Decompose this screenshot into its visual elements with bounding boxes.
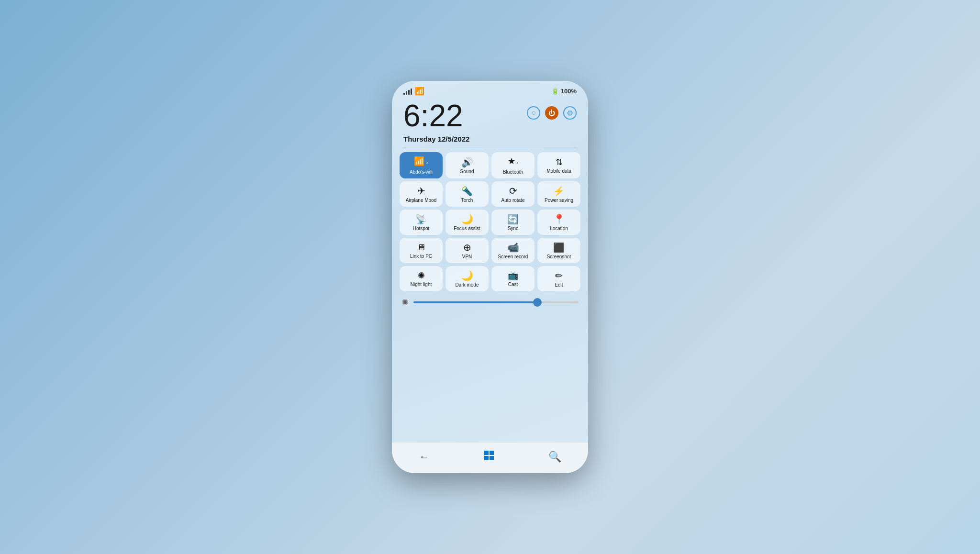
date-display: Thursday 12/5/2022: [392, 135, 588, 147]
tile-sync-label: Sync: [508, 226, 518, 231]
signal-icon: [403, 88, 412, 95]
bluetooth-icon: ★: [508, 157, 515, 166]
tile-cast[interactable]: 📺 Cast: [491, 266, 535, 291]
tile-screen-record[interactable]: 📹 Screen record: [491, 238, 535, 263]
edit-icon: ✏: [555, 271, 563, 280]
battery-icon: 🔋: [551, 88, 559, 95]
tile-edit-label: Edit: [555, 282, 563, 288]
bottom-navigation: ← 🔍: [392, 442, 588, 473]
tile-mobile-data-label: Mobile data: [546, 168, 571, 174]
quick-tiles-grid: 📶 › Abdo's-wifi 🔊 Sound ★ › Bluetooth: [392, 152, 588, 291]
tile-focus-assist[interactable]: 🌙 Focus assist: [445, 210, 489, 235]
tile-airplane-label: Airplane Mood: [406, 198, 436, 203]
svg-rect-0: [484, 451, 489, 455]
brightness-icon: ✺: [401, 297, 409, 308]
tile-sound-label: Sound: [460, 169, 474, 174]
tile-night-light-label: Night light: [411, 282, 432, 287]
settings-button[interactable]: ⚙: [563, 106, 577, 120]
status-bar: 📶 🔋 100%: [392, 81, 588, 99]
tile-bluetooth[interactable]: ★ › Bluetooth: [491, 152, 535, 178]
tile-edit[interactable]: ✏ Edit: [537, 266, 580, 291]
screenshot-icon: ⬛: [553, 243, 565, 252]
clock-area: 6:22 ○ ⏻ ⚙: [392, 99, 588, 135]
tile-sound[interactable]: 🔊 Sound: [445, 152, 489, 178]
auto-rotate-icon: ⟳: [509, 186, 517, 196]
tile-auto-rotate[interactable]: ⟳ Auto rotate: [491, 181, 535, 207]
mobile-data-icon: ⇅: [556, 158, 563, 166]
bluetooth-arrow-icon: ›: [516, 159, 518, 166]
wifi-arrow-icon: ›: [426, 159, 428, 166]
dark-mode-icon: 🌙: [461, 271, 473, 280]
tile-wifi-label: Abdo's-wifi: [410, 169, 433, 175]
brightness-thumb[interactable]: [533, 298, 542, 307]
link-pc-icon: 🖥: [417, 243, 425, 252]
phone-device: 📶 🔋 100% 6:22 ○ ⏻ ⚙ Thursday 12/5/2022: [392, 81, 588, 473]
tile-vpn[interactable]: ⊕ VPN: [445, 238, 489, 263]
brightness-control[interactable]: ✺: [392, 291, 588, 310]
airplane-icon: ✈: [417, 186, 425, 196]
brightness-fill: [413, 301, 537, 303]
clock-time: 6:22: [403, 100, 463, 131]
power-button[interactable]: ⏻: [545, 106, 558, 120]
vpn-icon: ⊕: [463, 243, 471, 252]
tile-location-label: Location: [550, 226, 568, 231]
brightness-track[interactable]: [413, 301, 579, 303]
tile-auto-rotate-label: Auto rotate: [501, 198, 525, 203]
cast-icon: 📺: [508, 271, 518, 280]
tile-torch-label: Torch: [461, 198, 473, 203]
sound-icon: 🔊: [461, 157, 473, 167]
tile-sync[interactable]: 🔄 Sync: [491, 210, 535, 235]
battery-percentage: 100%: [561, 88, 577, 95]
screen-record-icon: 📹: [507, 243, 519, 252]
tile-hotspot-label: Hotspot: [413, 226, 429, 231]
back-button[interactable]: ←: [410, 449, 439, 465]
tile-mobile-data[interactable]: ⇅ Mobile data: [537, 152, 580, 178]
hotspot-icon: 📡: [415, 215, 427, 224]
tile-link-pc-label: Link to PC: [410, 254, 432, 259]
svg-rect-3: [490, 456, 494, 460]
tile-power-saving-label: Power saving: [545, 198, 573, 203]
phone-screen: 📶 🔋 100% 6:22 ○ ⏻ ⚙ Thursday 12/5/2022: [392, 81, 588, 473]
sync-icon: 🔄: [507, 215, 519, 224]
wifi-icon: 📶: [414, 157, 424, 166]
tile-bluetooth-label: Bluetooth: [503, 169, 523, 175]
circle-button[interactable]: ○: [527, 106, 540, 120]
tile-vpn-label: VPN: [462, 254, 472, 259]
tile-screen-record-label: Screen record: [498, 254, 528, 259]
svg-rect-2: [484, 456, 489, 460]
tile-location[interactable]: 📍 Location: [537, 210, 580, 235]
wifi-status-icon: 📶: [415, 87, 424, 96]
night-light-icon: ✺: [418, 271, 425, 280]
tile-wifi[interactable]: 📶 › Abdo's-wifi: [400, 152, 443, 178]
tile-dark-mode[interactable]: 🌙 Dark mode: [445, 266, 489, 291]
tile-power-saving[interactable]: ⚡ Power saving: [537, 181, 580, 207]
tile-night-light[interactable]: ✺ Night light: [400, 266, 443, 291]
divider: [403, 147, 577, 147]
search-button[interactable]: 🔍: [539, 449, 571, 465]
spacer: [392, 310, 588, 442]
location-icon: 📍: [553, 214, 565, 224]
tile-dark-mode-label: Dark mode: [456, 282, 479, 288]
focus-assist-icon: 🌙: [461, 214, 473, 224]
home-button[interactable]: [474, 448, 504, 465]
tile-airplane[interactable]: ✈ Airplane Mood: [400, 181, 443, 207]
status-left: 📶: [403, 87, 424, 96]
tile-focus-assist-label: Focus assist: [454, 226, 480, 231]
svg-rect-1: [490, 451, 494, 455]
top-icons: ○ ⏻ ⚙: [527, 100, 577, 120]
status-right: 🔋 100%: [551, 88, 577, 95]
tile-hotspot[interactable]: 📡 Hotspot: [400, 210, 443, 235]
tile-screenshot-label: Screenshot: [547, 254, 571, 259]
tile-torch[interactable]: 🔦 Torch: [445, 181, 489, 207]
tile-link-to-pc[interactable]: 🖥 Link to PC: [400, 238, 443, 263]
tile-cast-label: Cast: [508, 282, 518, 287]
tile-screenshot[interactable]: ⬛ Screenshot: [537, 238, 580, 263]
torch-icon: 🔦: [461, 187, 473, 196]
power-saving-icon: ⚡: [553, 187, 565, 196]
